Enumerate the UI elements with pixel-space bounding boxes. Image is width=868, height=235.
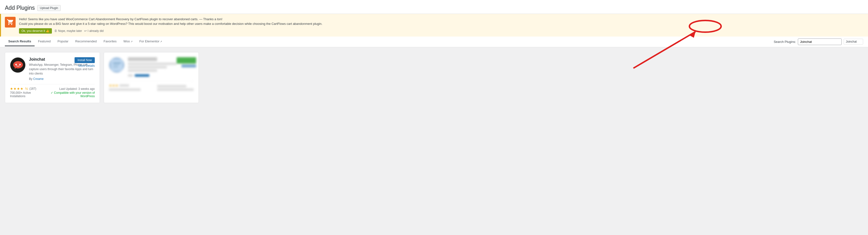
plugin-ratings-joinchat: ★★★★½ (187) xyxy=(10,87,43,91)
notice-icon xyxy=(5,17,16,28)
notice-text-1: Hello! Seems like you have used WooComme… xyxy=(19,17,863,22)
plugin-author-link-joinchat[interactable]: Creame xyxy=(33,77,43,80)
tab-for-elementor[interactable]: For Elementor xyxy=(136,37,165,46)
plugin-author-joinchat: By Creame xyxy=(29,77,95,80)
plugin-actions-joinchat: Install Now More Details xyxy=(74,57,95,67)
notice-ok-button[interactable]: Ok, you deserve it 👍 xyxy=(19,28,52,34)
svg-point-4 xyxy=(19,64,21,65)
keyword-display: Joinchat xyxy=(844,39,863,44)
more-details-joinchat-link[interactable]: More Details xyxy=(79,64,95,67)
plugin-meta-joinchat: ★★★★½ (187) 700,000+ Active Installation… xyxy=(10,84,95,98)
plugins-area: Joinchat WhatsApp, Messenger, Telegram, … xyxy=(0,47,868,108)
svg-rect-7 xyxy=(113,62,121,64)
plugin-info-blurred xyxy=(128,57,196,77)
svg-rect-9 xyxy=(113,67,118,68)
notice-did-link[interactable]: ↩ I already did xyxy=(84,29,103,33)
plugin-installs-joinchat: 700,000+ Active Installations xyxy=(10,91,43,98)
tab-featured[interactable]: Featured xyxy=(35,37,54,46)
tab-woo[interactable]: Woo xyxy=(120,37,136,46)
tab-search-results[interactable]: Search Results xyxy=(5,37,35,46)
rating-count-joinchat: (187) xyxy=(29,87,36,90)
tab-search-row: Search Results Featured Popular Recommen… xyxy=(0,36,868,47)
tab-recommended[interactable]: Recommended xyxy=(72,37,100,46)
search-plugins-label: Search Plugins: xyxy=(774,40,796,43)
notice-banner: Hello! Seems like you have used WooComme… xyxy=(0,14,868,36)
tabs-container: Search Results Featured Popular Recommen… xyxy=(0,37,165,46)
notice-content: Hello! Seems like you have used WooComme… xyxy=(19,17,863,34)
plugin-card-joinchat: Joinchat WhatsApp, Messenger, Telegram, … xyxy=(5,52,100,103)
svg-point-1 xyxy=(13,61,23,68)
plugins-grid: Joinchat WhatsApp, Messenger, Telegram, … xyxy=(5,52,863,103)
svg-rect-8 xyxy=(113,65,119,66)
install-joinchat-button[interactable]: Install Now xyxy=(74,57,95,63)
plugin-icon-blurred xyxy=(109,57,124,73)
plugin-compat-joinchat: Compatible with your version of WordPres… xyxy=(43,91,95,98)
plugin-icon-joinchat xyxy=(10,57,26,73)
search-input[interactable] xyxy=(798,38,842,45)
notice-text-2: Could you please do us a BIG favor and g… xyxy=(19,22,863,26)
tab-favorites[interactable]: Favorites xyxy=(100,37,120,46)
notice-later-link[interactable]: 🗓 Nope, maybe later xyxy=(54,29,82,33)
plugin-updated-joinchat: Last Updated: 3 weeks ago xyxy=(43,87,95,91)
tab-popular[interactable]: Popular xyxy=(54,37,72,46)
page-title: Add Plugins xyxy=(5,4,35,12)
upload-plugin-button[interactable]: Upload Plugin xyxy=(37,5,61,11)
stars-joinchat: ★★★★ xyxy=(10,87,24,91)
plugin-meta-blurred: ★★★ xyxy=(109,81,194,91)
plugin-info-joinchat: Joinchat WhatsApp, Messenger, Telegram, … xyxy=(29,57,95,80)
svg-point-3 xyxy=(16,64,17,65)
plugin-card-blurred: ★★★ xyxy=(104,52,199,103)
